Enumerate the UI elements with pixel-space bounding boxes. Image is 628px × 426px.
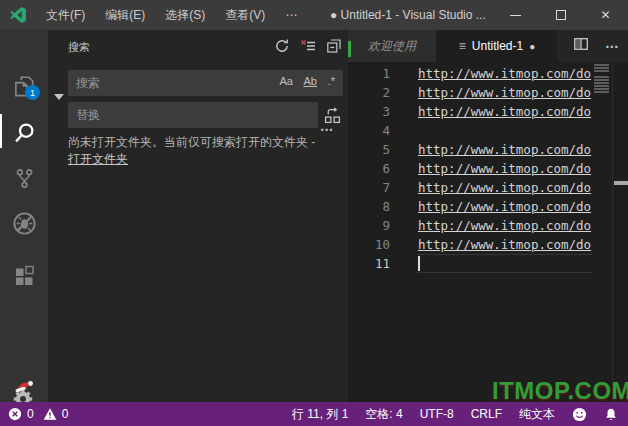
code-line[interactable]: 9http://www.itmop.com/do (348, 216, 592, 235)
feedback-smiley-icon[interactable] (572, 407, 587, 422)
menu-file[interactable]: 文件(F) (36, 0, 95, 30)
line-text: http://www.itmop.com/do (418, 180, 591, 195)
notifications-bell-icon[interactable] (604, 407, 618, 422)
toggle-replace-button[interactable] (54, 94, 64, 100)
code-line[interactable]: 8http://www.itmop.com/do (348, 197, 592, 216)
line-text: http://www.itmop.com/do (418, 237, 591, 252)
match-case-icon[interactable]: Aa (280, 75, 293, 87)
no-folder-message: 尚未打开文件夹。当前仅可搜索打开的文件夹 - 打开文件夹 (68, 134, 318, 168)
code-line[interactable]: 3http://www.itmop.com/do (348, 102, 592, 121)
clear-search-results-icon[interactable] (300, 38, 316, 54)
tab-welcome[interactable]: 欢迎使用 (348, 30, 437, 62)
replace-placeholder: 替换 (68, 107, 100, 124)
tab-welcome-label: 欢迎使用 (368, 38, 416, 55)
tab-untitled-label: Untitled-1 (472, 39, 523, 53)
code-line[interactable]: 7http://www.itmop.com/do (348, 178, 592, 197)
sidebar-item-search[interactable] (0, 116, 48, 150)
errors-icon[interactable] (8, 407, 22, 421)
collapse-all-icon[interactable] (326, 38, 342, 54)
window-controls: ✕ (493, 0, 628, 30)
title-bar: 文件(F) 编辑(E) 选择(S) 查看(V) ⋯ ● Untitled-1 -… (0, 0, 628, 30)
status-bar: 0 0 行 11, 列 1 空格: 4 UTF-8 CRLF 纯文本 (0, 402, 628, 426)
regex-icon[interactable]: .* (328, 75, 335, 87)
line-number: 3 (348, 104, 390, 119)
menu-edit[interactable]: 编辑(E) (95, 0, 155, 30)
replace-input[interactable]: 替换 (68, 102, 318, 128)
warnings-icon[interactable] (43, 407, 57, 421)
window-title: ● Untitled-1 - Visual Studio ... (330, 0, 486, 30)
line-number: 1 (348, 66, 390, 81)
line-number: 5 (348, 142, 390, 157)
warnings-count[interactable]: 0 (62, 407, 69, 421)
explorer-badge: 1 (25, 85, 40, 100)
code-line[interactable]: 10http://www.itmop.com/do (348, 235, 592, 254)
code-line[interactable]: 11 (348, 254, 592, 273)
dirty-indicator-icon[interactable]: ● (529, 41, 535, 52)
sidebar-item-debug[interactable] (0, 206, 48, 240)
search-placeholder: 搜索 (68, 75, 100, 92)
errors-count[interactable]: 0 (27, 407, 34, 421)
code-line[interactable]: 1http://www.itmop.com/do (348, 64, 592, 83)
file-icon: ≡ (459, 39, 466, 53)
line-text: http://www.itmop.com/do (418, 85, 591, 100)
tab-untitled-1[interactable]: ≡ Untitled-1 ● (437, 30, 557, 62)
tab-bar: 欢迎使用 ≡ Untitled-1 ● ⋯ (348, 30, 628, 62)
line-number: 9 (348, 218, 390, 233)
line-text: http://www.itmop.com/do (418, 142, 591, 157)
indentation-status[interactable]: 空格: 4 (365, 406, 402, 423)
overview-ruler-separator (612, 62, 613, 402)
line-number: 8 (348, 199, 390, 214)
eol-status[interactable]: CRLF (471, 407, 502, 421)
debug-disabled-bug-icon (11, 210, 38, 237)
encoding-status[interactable]: UTF-8 (420, 407, 454, 421)
line-number: 4 (348, 123, 390, 138)
whole-word-icon[interactable]: Ab (304, 75, 317, 87)
green-accent-bar (348, 41, 351, 57)
search-sidebar: 搜索 搜索 Aa Ab .* 替换 ⋯ 尚未打开文件夹。当前仅可搜索打开的文件夹… (48, 30, 348, 402)
refresh-icon[interactable] (274, 38, 290, 54)
line-number: 7 (348, 180, 390, 195)
extensions-icon (12, 264, 36, 288)
search-input[interactable]: 搜索 Aa Ab .* (68, 70, 343, 96)
line-text: http://www.itmop.com/do (418, 199, 591, 214)
sidebar-item-extensions[interactable] (0, 259, 48, 293)
maximize-icon[interactable] (538, 0, 583, 30)
code-line[interactable]: 4 (348, 121, 592, 140)
close-icon[interactable]: ✕ (583, 0, 628, 30)
code-line[interactable]: 6http://www.itmop.com/do (348, 159, 592, 178)
editor-more-actions-icon[interactable]: ⋯ (605, 38, 620, 54)
language-mode-status[interactable]: 纯文本 (519, 406, 555, 423)
code-line[interactable]: 5http://www.itmop.com/do (348, 140, 592, 159)
overview-ruler-cursor-marker (614, 181, 628, 185)
editor-group: 欢迎使用 ≡ Untitled-1 ● ⋯ 1http://www.itmop.… (348, 30, 628, 402)
line-number: 10 (348, 237, 390, 252)
toggle-search-details-button[interactable]: ⋯ (320, 122, 333, 137)
minimap[interactable] (593, 62, 613, 402)
open-folder-link[interactable]: 打开文件夹 (68, 152, 128, 166)
menu-view[interactable]: 查看(V) (215, 0, 275, 30)
sidebar-item-source-control[interactable] (0, 161, 48, 195)
search-icon (11, 120, 38, 147)
split-editor-icon[interactable] (573, 36, 589, 56)
line-text: http://www.itmop.com/do (418, 161, 591, 176)
message-text: 尚未打开文件夹。当前仅可搜索打开的文件夹 - (68, 135, 315, 149)
cursor-position-status[interactable]: 行 11, 列 1 (292, 406, 348, 423)
minimize-icon[interactable] (493, 0, 538, 30)
itmop-watermark: ITMOP.COM (492, 377, 628, 405)
vscode-logo-icon (9, 6, 27, 24)
activity-bar: 1 (0, 30, 48, 402)
line-number: 6 (348, 161, 390, 176)
sidebar-title: 搜索 (68, 40, 90, 55)
line-text: http://www.itmop.com/do (418, 104, 591, 119)
git-branch-icon (12, 166, 37, 191)
menu-more[interactable]: ⋯ (275, 0, 307, 30)
menu-selection[interactable]: 选择(S) (155, 0, 215, 30)
line-number: 2 (348, 85, 390, 100)
code-line[interactable]: 2http://www.itmop.com/do (348, 83, 592, 102)
sidebar-item-explorer[interactable] (0, 70, 48, 104)
line-text: http://www.itmop.com/do (418, 66, 591, 81)
line-number-active: 11 (348, 256, 390, 271)
line-text: http://www.itmop.com/do (418, 218, 591, 233)
